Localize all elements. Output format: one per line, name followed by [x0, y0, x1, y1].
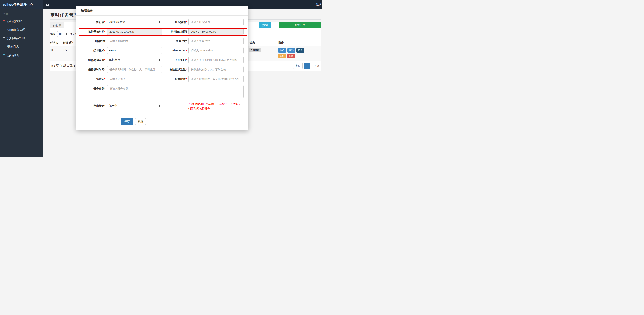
sidebar-item-label: 运行报表 — [7, 54, 19, 57]
fail-retry-input[interactable] — [188, 66, 244, 73]
executor-select-value: zuihou执行器 — [109, 20, 125, 24]
save-button[interactable]: 保存 — [121, 118, 133, 125]
owner-input[interactable] — [107, 76, 162, 82]
sidebar-item-timed-task-management[interactable]: 定时任务管理 — [0, 34, 43, 43]
job-desc-label: 任务描述* — [162, 19, 188, 25]
header-status: 状态 — [249, 41, 278, 45]
required-marker: * — [104, 68, 106, 71]
block-strategy-label: 阻塞处理策略* — [81, 57, 107, 63]
run-mode-label: 运行模式* — [81, 47, 107, 54]
square-icon — [3, 20, 6, 23]
required-marker: * — [186, 68, 187, 71]
modal-title: 新增任务 — [76, 6, 248, 16]
run-mode-select-value: BEAN — [109, 49, 116, 52]
run-mode-select[interactable]: BEAN — [107, 47, 162, 54]
executor-filter-label: 执行器 — [50, 22, 64, 29]
sidebar-item-run-report[interactable]: 运行报表 — [0, 51, 43, 60]
job-param-label: 任务参数* — [81, 85, 107, 98]
sidebar-item-label: 调度日志 — [7, 45, 19, 49]
job-handler-input[interactable] — [188, 47, 244, 54]
required-marker: * — [186, 49, 187, 52]
executor-select[interactable]: zuihou执行器 — [107, 19, 162, 25]
end-time-input[interactable] — [188, 28, 244, 35]
required-marker: * — [104, 30, 106, 33]
child-job-id-label: 子任务ID* — [162, 57, 188, 63]
start-time-input[interactable] — [107, 28, 162, 35]
fail-retry-label: 失败重试次数* — [162, 66, 188, 73]
square-icon — [3, 46, 6, 48]
required-marker: * — [186, 59, 187, 62]
square-icon — [3, 29, 6, 31]
edit-button[interactable]: 编辑 — [278, 54, 286, 59]
select-arrows-icon — [159, 105, 160, 107]
executor-label: 执行器* — [81, 19, 107, 25]
alarm-email-input[interactable] — [188, 76, 244, 82]
modal-body: 执行器* zuihou执行器 任务描述* 执行开始时间* 执行结束时间 — [76, 16, 248, 130]
pagination-controls: 上页 1 下页 — [293, 63, 321, 69]
add-task-modal: 新增任务 执行器* zuihou执行器 任务描述* 执行开始时间* 执行结束时间 — [76, 6, 248, 130]
cell-status: STOP — [249, 48, 278, 60]
modal-footer-buttons: 保存 取消 — [121, 118, 244, 125]
sidebar-item-executor-management[interactable]: 执行器管理 — [0, 17, 43, 26]
cancel-button[interactable]: 取消 — [135, 118, 146, 125]
job-desc-input[interactable] — [188, 19, 244, 25]
select-arrows-icon — [159, 21, 160, 23]
job-param-textarea[interactable] — [107, 85, 244, 98]
job-handler-label: JobHandler* — [162, 47, 188, 54]
page-1-button[interactable]: 1 — [304, 63, 310, 69]
sidebar-item-label: 定时任务管理 — [7, 37, 25, 40]
delete-button[interactable]: 删除 — [288, 54, 295, 59]
start-time-label: 执行开始时间* — [81, 28, 107, 35]
cell-operations: 执行 启动 日志 编辑 删除 — [278, 48, 321, 60]
sidebar-item-cron-task-management[interactable]: Cron任务管理 — [0, 26, 43, 34]
per-page-label: 每页 — [50, 32, 56, 36]
sidebar-item-label: Cron任务管理 — [7, 28, 25, 32]
child-job-id-input[interactable] — [188, 57, 244, 63]
alarm-email-label: 报警邮件* — [162, 76, 188, 82]
start-button[interactable]: 启动 — [288, 48, 295, 53]
header-operations: 操作 — [278, 41, 321, 45]
exec-button[interactable]: 执行 — [278, 48, 286, 53]
block-strategy-select-value: 单机串行 — [109, 58, 120, 62]
route-strategy-select-value: 第一个 — [109, 104, 117, 108]
page-title: 定时任务管理 — [50, 12, 78, 18]
route-strategy-select[interactable]: 第一个 — [107, 103, 162, 109]
required-marker: * — [186, 21, 187, 24]
select-arrows-icon — [66, 33, 67, 35]
search-button[interactable]: 搜索 — [259, 22, 271, 29]
per-page-value: 10 — [58, 33, 62, 36]
route-strategy-label: 路由策略* — [81, 103, 107, 109]
timeout-label: 任务超时时间* — [81, 66, 107, 73]
brand-logo[interactable]: zuihou任务调度中心 — [0, 0, 43, 9]
required-marker: * — [104, 49, 106, 52]
select-arrows-icon — [159, 50, 160, 52]
feature-note-line1: 在xxl-jobs项目的基础上，新增了一个功能： — [188, 102, 241, 106]
sidebar-item-schedule-log[interactable]: 调度日志 — [0, 43, 43, 51]
square-icon — [3, 37, 6, 40]
logout-link[interactable]: 注销 — [316, 3, 322, 7]
required-marker: * — [104, 21, 106, 24]
repeat-input[interactable] — [188, 38, 244, 44]
timeout-input[interactable] — [107, 66, 162, 73]
interval-input[interactable] — [107, 38, 162, 44]
pagination-summary: 第 1 页 ( 总共 1 页, 1 — [50, 64, 75, 68]
feature-note: 在xxl-jobs项目的基础上，新增了一个功能： 指定时间执行任务 — [188, 101, 241, 111]
select-arrows-icon — [159, 59, 160, 61]
next-page-button[interactable]: 下页 — [312, 63, 321, 69]
status-badge: STOP — [249, 48, 261, 52]
end-time-label: 执行结束时间 — [162, 28, 188, 35]
per-page-select[interactable]: 10 — [57, 31, 68, 37]
modal-divider — [81, 114, 244, 114]
required-marker: * — [104, 77, 106, 81]
prev-page-button[interactable]: 上页 — [293, 63, 303, 69]
add-task-button[interactable]: 新增任务 — [279, 22, 321, 29]
feature-note-line2: 指定时间执行任务 — [188, 106, 241, 111]
sidebar-toggle-icon[interactable] — [46, 4, 48, 6]
log-button[interactable]: 日志 — [296, 48, 304, 53]
required-marker: * — [104, 87, 106, 90]
sidebar-item-label: 执行器管理 — [7, 20, 22, 23]
square-icon — [3, 54, 6, 57]
repeat-label: 重复次数 — [162, 38, 188, 44]
sidebar-nav-header: 导航 — [0, 9, 43, 17]
block-strategy-select[interactable]: 单机串行 — [107, 57, 162, 63]
